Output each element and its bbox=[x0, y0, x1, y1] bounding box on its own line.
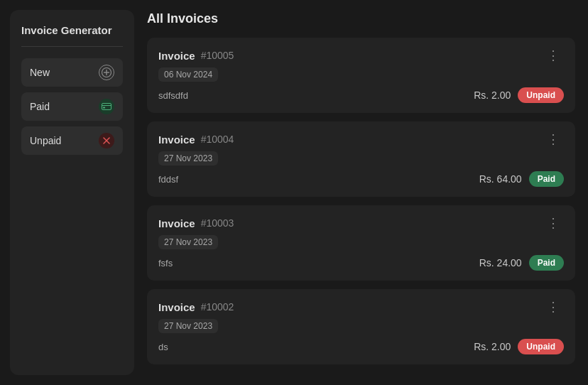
invoice-amount-row: Rs. 2.00 Unpaid bbox=[474, 339, 564, 354]
invoice-footer: fddsf Rs. 64.00 Paid bbox=[158, 171, 564, 187]
status-badge: Paid bbox=[529, 255, 564, 271]
unpaid-button[interactable]: Unpaid bbox=[21, 126, 123, 155]
invoice-title-row: Invoice #10003 bbox=[158, 217, 234, 229]
invoice-header: Invoice #10004 ⋮ bbox=[158, 131, 564, 147]
invoice-menu-button[interactable]: ⋮ bbox=[543, 131, 564, 147]
invoice-title-row: Invoice #10004 bbox=[158, 134, 234, 146]
unpaid-button-label: Unpaid bbox=[30, 135, 61, 146]
invoice-number: #10004 bbox=[201, 134, 234, 145]
invoice-title-row: Invoice #10005 bbox=[158, 50, 234, 62]
invoice-label: Invoice bbox=[158, 301, 195, 313]
invoice-date: 06 Nov 2024 bbox=[158, 67, 218, 82]
invoice-header: Invoice #10005 ⋮ bbox=[158, 48, 564, 63]
invoice-title-row: Invoice #10002 bbox=[158, 301, 234, 313]
invoice-amount: Rs. 2.00 bbox=[474, 90, 511, 101]
invoice-date: 27 Nov 2023 bbox=[158, 319, 218, 333]
invoice-list: Invoice #10005 ⋮ 06 Nov 2024 sdfsdfd Rs.… bbox=[147, 38, 575, 373]
invoice-card: Invoice #10003 ⋮ 27 Nov 2023 fsfs Rs. 24… bbox=[147, 205, 575, 281]
invoice-amount-row: Rs. 24.00 Paid bbox=[479, 255, 564, 271]
invoice-header: Invoice #10002 ⋮ bbox=[158, 299, 564, 315]
invoice-number: #10002 bbox=[201, 301, 234, 313]
invoice-amount-row: Rs. 64.00 Paid bbox=[479, 171, 564, 187]
invoice-footer: sdfsdfd Rs. 2.00 Unpaid bbox=[158, 87, 564, 103]
page-title: All Invoices bbox=[147, 11, 575, 26]
invoice-number: #10005 bbox=[201, 50, 234, 61]
new-button[interactable]: New bbox=[21, 58, 123, 87]
sidebar: Invoice Generator New Paid Unpaid bbox=[10, 10, 134, 375]
main-content: All Invoices Invoice #10005 ⋮ 06 Nov 202… bbox=[134, 0, 588, 385]
invoice-amount: Rs. 64.00 bbox=[479, 173, 522, 185]
invoice-menu-button[interactable]: ⋮ bbox=[543, 48, 564, 63]
svg-rect-5 bbox=[103, 107, 105, 109]
invoice-menu-button[interactable]: ⋮ bbox=[543, 215, 564, 231]
invoice-date: 27 Nov 2023 bbox=[158, 235, 218, 249]
invoice-header: Invoice #10003 ⋮ bbox=[158, 215, 564, 231]
invoice-label: Invoice bbox=[158, 50, 195, 62]
invoice-client: fddsf bbox=[158, 174, 178, 185]
invoice-footer: fsfs Rs. 24.00 Paid bbox=[158, 255, 564, 271]
unpaid-icon bbox=[99, 133, 114, 148]
invoice-client: sdfsdfd bbox=[158, 90, 188, 101]
status-badge: Paid bbox=[529, 171, 564, 187]
invoice-amount: Rs. 2.00 bbox=[474, 341, 511, 352]
paid-button-label: Paid bbox=[30, 101, 50, 112]
paid-button[interactable]: Paid bbox=[21, 92, 123, 121]
new-icon bbox=[99, 65, 114, 80]
status-badge: Unpaid bbox=[518, 87, 564, 103]
invoice-label: Invoice bbox=[158, 134, 195, 146]
status-badge: Unpaid bbox=[518, 339, 564, 354]
invoice-date: 27 Nov 2023 bbox=[158, 151, 218, 166]
invoice-amount: Rs. 24.00 bbox=[479, 257, 522, 269]
sidebar-title: Invoice Generator bbox=[21, 24, 123, 47]
invoice-client: fsfs bbox=[158, 258, 173, 269]
invoice-footer: ds Rs. 2.00 Unpaid bbox=[158, 339, 564, 354]
invoice-card: Invoice #10005 ⋮ 06 Nov 2024 sdfsdfd Rs.… bbox=[147, 38, 575, 113]
paid-icon bbox=[99, 99, 114, 114]
invoice-menu-button[interactable]: ⋮ bbox=[543, 299, 564, 315]
invoice-number: #10003 bbox=[201, 217, 234, 229]
svg-rect-3 bbox=[102, 104, 111, 110]
invoice-client: ds bbox=[158, 342, 168, 352]
invoice-amount-row: Rs. 2.00 Unpaid bbox=[474, 87, 564, 103]
invoice-card: Invoice #10002 ⋮ 27 Nov 2023 ds Rs. 2.00… bbox=[147, 289, 575, 364]
invoice-label: Invoice bbox=[158, 217, 195, 229]
invoice-card: Invoice #10004 ⋮ 27 Nov 2023 fddsf Rs. 6… bbox=[147, 121, 575, 197]
new-button-label: New bbox=[30, 67, 50, 78]
